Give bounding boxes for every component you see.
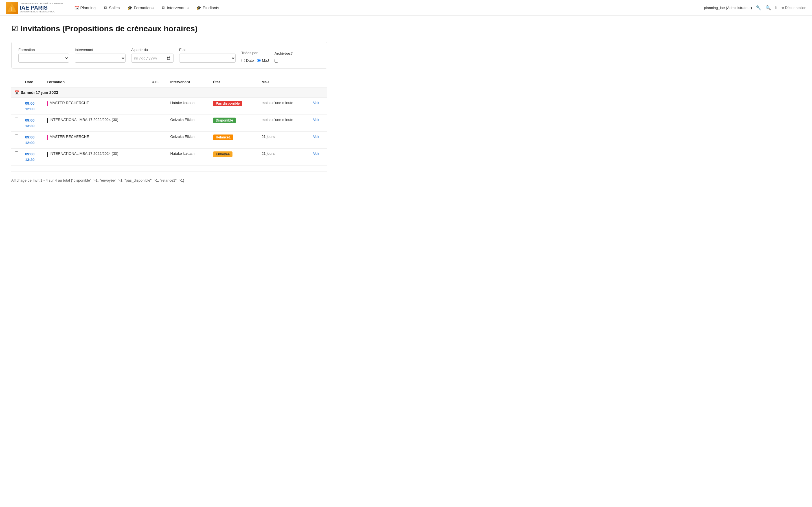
group-calendar-icon: 📅 xyxy=(15,90,19,95)
row2-voir-link[interactable]: Voir xyxy=(313,118,319,122)
radio-maj-input[interactable] xyxy=(257,59,261,62)
col-intervenant: Intervenant xyxy=(167,77,209,87)
date-input[interactable] xyxy=(131,54,173,63)
group-row-cell: 📅 Samedi 17 juin 2023 xyxy=(11,87,327,98)
table-row: 09:00 12:00 MASTER RECHERCHE : Hatake ka… xyxy=(11,98,327,115)
row3-ue: : xyxy=(148,132,167,149)
row1-voir-cell: Voir xyxy=(310,98,327,115)
row2-time-end: 13:30 xyxy=(25,123,40,129)
row3-formation-content: MASTER RECHERCHE xyxy=(47,134,145,140)
etat-label: État xyxy=(179,48,235,52)
row1-intervenant: Hatake kakashi xyxy=(167,98,209,115)
user-info: planning_iae (Administrateur) xyxy=(704,6,752,10)
calendar-icon: 📅 xyxy=(74,6,79,10)
filter-triees: Triées par Date MàJ xyxy=(241,51,269,63)
row2-time: 09:00 13:30 xyxy=(22,115,44,132)
etudiants-icon: 🎓 xyxy=(196,6,201,10)
triees-label: Triées par xyxy=(241,51,269,55)
radio-maj[interactable]: MàJ xyxy=(257,58,269,63)
page-title: Invitations (Propositions de créneaux ho… xyxy=(20,24,198,33)
title-icon: ☑ xyxy=(11,24,18,33)
row2-voir-cell: Voir xyxy=(310,115,327,132)
formation-label: Formation xyxy=(18,48,69,52)
intervenant-label: Intervenant xyxy=(75,48,125,52)
logo-icon: I xyxy=(6,2,18,14)
nav-formations[interactable]: 🎓 Formations xyxy=(124,4,157,12)
row1-formation-name: MASTER RECHERCHE xyxy=(50,101,89,105)
row1-voir-link[interactable]: Voir xyxy=(313,101,319,105)
info-icon[interactable]: ℹ xyxy=(775,5,777,10)
row2-color-bar xyxy=(47,118,48,123)
filter-etat: État xyxy=(179,48,235,63)
navbar-right: planning_iae (Administrateur) 🔧 🔍 ℹ ⇥ Dé… xyxy=(704,5,806,10)
col-actions xyxy=(310,77,327,87)
filter-date: A partir du xyxy=(131,48,173,63)
row2-checkbox[interactable] xyxy=(15,118,18,121)
nav-planning[interactable]: 📅 Planning xyxy=(71,4,99,12)
row1-time-start: 09:00 xyxy=(25,101,40,106)
nav-salles[interactable]: 🖥 Salles xyxy=(100,4,123,12)
row1-time-end: 12:00 xyxy=(25,106,40,112)
radio-date-input[interactable] xyxy=(241,59,245,62)
col-etat: État xyxy=(210,77,258,87)
row4-time-end: 13:30 xyxy=(25,157,40,163)
table-container: Date Formation U.E. Intervenant État MàJ… xyxy=(11,77,327,166)
col-maj: MàJ xyxy=(258,77,310,87)
filter-formation: Formation xyxy=(18,48,69,63)
intervenants-icon: 🖥 xyxy=(161,6,165,10)
col-formation: Formation xyxy=(44,77,148,87)
row2-etat: Disponible xyxy=(210,115,258,132)
row1-etat-badge: Pas disponible xyxy=(213,101,242,106)
row4-time-cell: 09:00 13:30 xyxy=(25,152,40,162)
filter-area: Formation Intervenant A partir du État T… xyxy=(11,42,327,68)
nav-intervenants[interactable]: 🖥 Intervenants xyxy=(158,4,192,12)
monitor-icon: 🖥 xyxy=(104,6,108,10)
group-row-samedi: 📅 Samedi 17 juin 2023 xyxy=(11,87,327,98)
row2-formation-cell: INTERNATIONAL MBA 17 2022/2024 (30) xyxy=(44,115,148,132)
logout-icon: ⇥ xyxy=(781,6,784,10)
row3-time-end: 12:00 xyxy=(25,140,40,146)
radio-date-label: Date xyxy=(246,58,254,63)
row1-ue: : xyxy=(148,98,167,115)
logo-text-block: UNIVERSITÉ PARIS 1 PANTHÉON SORBONNE IAE… xyxy=(20,2,63,13)
row1-checkbox-cell xyxy=(11,98,22,115)
navbar: I UNIVERSITÉ PARIS 1 PANTHÉON SORBONNE I… xyxy=(0,0,812,16)
table-body: 📅 Samedi 17 juin 2023 09:00 12:00 xyxy=(11,87,327,166)
row3-formation-cell: MASTER RECHERCHE xyxy=(44,132,148,149)
footer-text: Affichage de Invit 1 - 4 sur 4 au total … xyxy=(11,178,327,182)
archivees-checkbox-item xyxy=(274,59,292,63)
radio-date[interactable]: Date xyxy=(241,58,254,63)
row3-etat: Relance1 xyxy=(210,132,258,149)
row1-checkbox[interactable] xyxy=(15,101,18,104)
graduation-icon: 🎓 xyxy=(127,6,132,10)
col-ue: U.E. xyxy=(148,77,167,87)
formation-select[interactable] xyxy=(18,54,69,63)
etat-select[interactable] xyxy=(179,54,235,63)
group-label: Samedi 17 juin 2023 xyxy=(20,90,58,95)
table-row: 09:00 13:30 INTERNATIONAL MBA 17 2022/20… xyxy=(11,149,327,166)
triees-radio-group: Date MàJ xyxy=(241,58,269,63)
row3-voir-link[interactable]: Voir xyxy=(313,134,319,139)
row4-checkbox-cell xyxy=(11,149,22,166)
row4-formation-content: INTERNATIONAL MBA 17 2022/2024 (30) xyxy=(47,152,145,157)
row3-color-bar xyxy=(47,135,48,140)
logo-area: I UNIVERSITÉ PARIS 1 PANTHÉON SORBONNE I… xyxy=(6,2,63,14)
row3-intervenant: Onizuka Eikichi xyxy=(167,132,209,149)
row4-voir-link[interactable]: Voir xyxy=(313,152,319,156)
row4-time: 09:00 13:30 xyxy=(22,149,44,166)
row1-time-cell: 09:00 12:00 xyxy=(25,101,40,112)
archivees-label: Archivées? xyxy=(274,51,292,56)
intervenant-select[interactable] xyxy=(75,54,125,63)
row4-checkbox[interactable] xyxy=(15,152,18,155)
row2-maj: moins d'une minute xyxy=(258,115,310,132)
archivees-checkbox[interactable] xyxy=(274,59,278,63)
logout-button[interactable]: ⇥ Déconnexion xyxy=(781,6,806,10)
row3-checkbox[interactable] xyxy=(15,134,18,138)
row2-intervenant: Onizuka Eikichi xyxy=(167,115,209,132)
table-header-row: Date Formation U.E. Intervenant État MàJ xyxy=(11,77,327,87)
wrench-icon[interactable]: 🔧 xyxy=(756,5,761,10)
main-content: ☑ Invitations (Propositions de créneaux … xyxy=(0,16,338,191)
search-icon[interactable]: 🔍 xyxy=(765,5,771,10)
row4-ue: : xyxy=(148,149,167,166)
nav-etudiants[interactable]: 🎓 Etudiants xyxy=(193,4,222,12)
